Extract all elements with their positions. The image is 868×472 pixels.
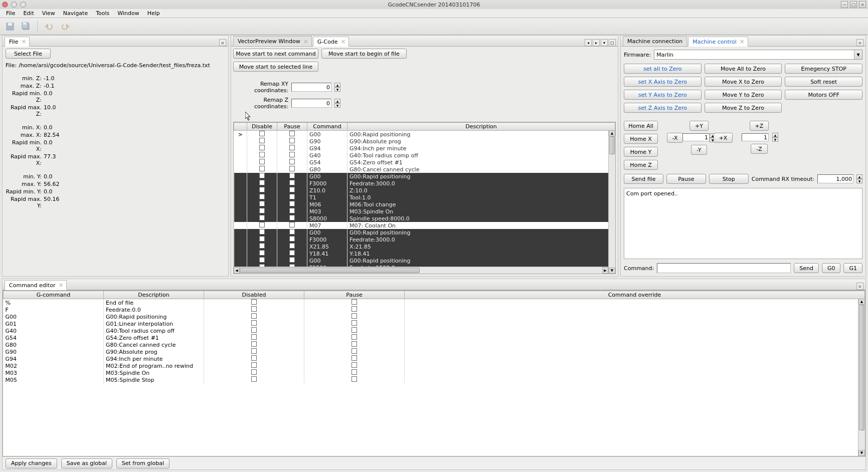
override-cell[interactable] (405, 355, 865, 362)
apply-changes-button[interactable]: Apply changes (6, 458, 57, 468)
close-icon[interactable]: × (303, 40, 307, 44)
disable-checkbox[interactable] (259, 257, 265, 263)
pause-checkbox[interactable] (352, 341, 357, 347)
scroll-thumb[interactable] (859, 305, 864, 430)
pause-checkbox[interactable] (352, 362, 357, 368)
set-all-zero-button[interactable]: set all to Zero (624, 64, 702, 74)
table-row[interactable]: G54 G54:Zero offset #1 (234, 159, 615, 166)
tab-vectorpreview-window[interactable]: VectorPreview Window× (233, 36, 312, 46)
close-icon[interactable]: × (340, 40, 344, 44)
set-x-zero-button[interactable]: set X Axis to Zero (624, 77, 702, 87)
override-cell[interactable] (405, 327, 865, 334)
disable-checkbox[interactable] (259, 194, 265, 199)
override-cell[interactable] (405, 320, 865, 327)
spin-up-icon[interactable]: ▲ (334, 99, 340, 103)
jog-xy-input[interactable] (682, 133, 710, 141)
move-begin-button[interactable]: Move start to begin of file (321, 49, 407, 59)
pause-checkbox[interactable] (352, 299, 357, 305)
tab-machine-connection[interactable]: Machine connection (623, 36, 687, 46)
override-cell[interactable] (405, 341, 865, 348)
window-close-button[interactable]: × (859, 1, 866, 8)
vertical-scrollbar[interactable]: ▲ ▼ (608, 130, 615, 274)
menu-window[interactable]: Window (113, 9, 143, 18)
menu-edit[interactable]: Edit (19, 9, 38, 18)
override-cell[interactable] (405, 334, 865, 341)
disable-checkbox[interactable] (259, 138, 265, 143)
column-header[interactable]: G-command (4, 291, 104, 299)
disabled-checkbox[interactable] (251, 306, 257, 312)
disable-checkbox[interactable] (259, 208, 265, 213)
pause-checkbox[interactable] (352, 306, 357, 312)
jog-y-minus-button[interactable]: -Y (691, 145, 707, 155)
table-row[interactable]: X21.85 X:21.85 (234, 243, 615, 250)
soft-reset-button[interactable]: Soft reset (785, 77, 862, 87)
table-row[interactable]: M06 M06:Tool change (234, 201, 615, 208)
table-row[interactable]: M07 M07: Coolant On (234, 222, 615, 229)
vertical-scrollbar[interactable]: ▲ ▼ (858, 299, 865, 456)
table-row[interactable]: > G00 G00:Rapid positioning (234, 131, 615, 138)
column-header[interactable]: Pause (277, 123, 307, 131)
column-header[interactable]: Pause (304, 291, 405, 299)
column-header[interactable]: Disabled (204, 291, 304, 299)
pause-checkbox[interactable] (289, 131, 295, 136)
home-y-button[interactable]: Home Y (624, 147, 658, 157)
pause-checkbox[interactable] (289, 250, 295, 256)
table-row[interactable]: M05 M05:Spindle Stop (4, 376, 865, 383)
column-header[interactable] (234, 123, 247, 131)
close-icon[interactable]: × (21, 40, 25, 44)
set-global-button[interactable]: Set from global (116, 458, 169, 468)
tab-machine-control[interactable]: Machine control× (688, 37, 748, 47)
close-icon[interactable]: × (740, 40, 744, 44)
table-row[interactable]: M02 M02:End of program..no rewind (4, 362, 865, 369)
scroll-left-icon[interactable]: ◀ (234, 267, 240, 274)
column-header[interactable]: Disable (247, 123, 277, 131)
table-row[interactable]: G54 G54:Zero offset #1 (4, 334, 865, 341)
window-shade-icon[interactable] (20, 2, 26, 8)
disable-checkbox[interactable] (259, 152, 265, 157)
tab-file[interactable]: File × (5, 37, 30, 47)
pause-checkbox[interactable] (289, 229, 295, 234)
disabled-checkbox[interactable] (251, 355, 257, 361)
disable-checkbox[interactable] (259, 201, 265, 206)
remap-xy-input[interactable] (291, 83, 331, 92)
save-global-button[interactable]: Save as global (61, 458, 112, 468)
home-z-button[interactable]: Home Z (624, 160, 658, 170)
pause-checkbox[interactable] (352, 327, 357, 333)
disabled-checkbox[interactable] (251, 341, 257, 347)
pause-checkbox[interactable] (289, 180, 295, 185)
rx-timeout-input[interactable] (817, 174, 853, 183)
tab-list-icon[interactable]: ▾ (601, 39, 608, 46)
disable-checkbox[interactable] (259, 166, 265, 171)
disable-checkbox[interactable] (259, 180, 265, 185)
table-row[interactable]: G40 G40:Tool radius comp off (234, 152, 615, 159)
save-icon[interactable] (3, 20, 17, 34)
pause-checkbox[interactable] (289, 243, 295, 249)
scroll-right-icon[interactable]: ▶ (602, 267, 608, 274)
table-row[interactable]: G94 G94:Inch per minute (234, 145, 615, 152)
disable-checkbox[interactable] (259, 159, 265, 164)
spin-up-icon[interactable]: ▲ (334, 83, 340, 87)
window-min-button[interactable]: − (841, 1, 848, 8)
override-cell[interactable] (405, 348, 865, 355)
pause-button[interactable]: Pause (666, 174, 706, 184)
table-row[interactable]: G80 G80:Cancel canned cycle (4, 341, 865, 348)
redo-icon[interactable] (58, 20, 72, 34)
column-header[interactable]: Description (348, 123, 615, 131)
table-row[interactable]: G00 G00:Rapid positioning (234, 173, 615, 180)
panel-minimize-icon[interactable]: ▫ (856, 283, 863, 290)
disabled-checkbox[interactable] (251, 327, 257, 333)
pause-checkbox[interactable] (289, 145, 295, 150)
set-y-zero-button[interactable]: set Y Axis to Zero (624, 90, 702, 100)
pause-checkbox[interactable] (289, 222, 295, 227)
move-y-zero-button[interactable]: Move Y to Zero (705, 90, 782, 100)
tab-g-code[interactable]: G-Code× (313, 37, 350, 47)
disable-checkbox[interactable] (259, 187, 265, 192)
pause-checkbox[interactable] (289, 138, 295, 143)
pause-checkbox[interactable] (352, 348, 357, 354)
disabled-checkbox[interactable] (251, 348, 257, 354)
table-row[interactable]: % End of file (4, 299, 865, 307)
disabled-checkbox[interactable] (251, 362, 257, 368)
pause-checkbox[interactable] (289, 173, 295, 178)
pause-checkbox[interactable] (352, 313, 357, 319)
disabled-checkbox[interactable] (251, 334, 257, 340)
